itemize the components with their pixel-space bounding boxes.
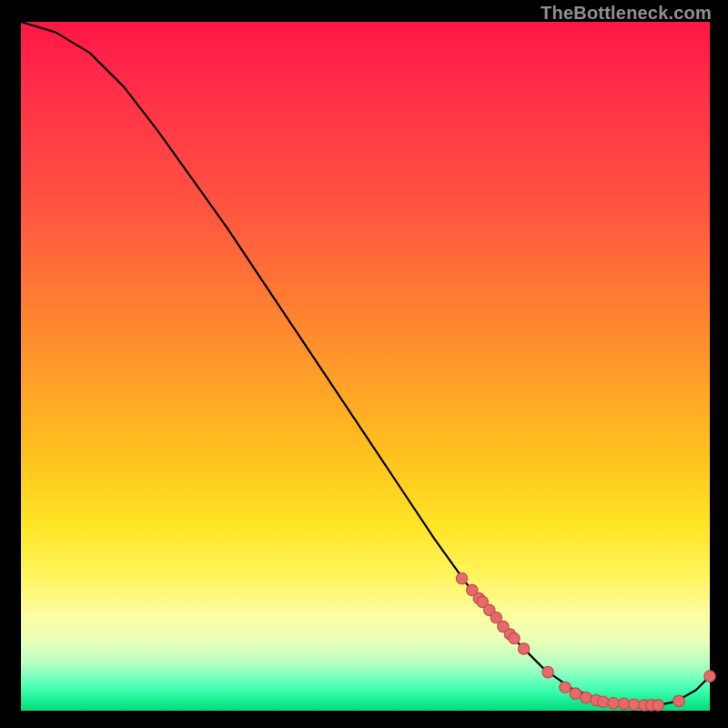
watermark-text: TheBottleneck.com <box>541 3 712 24</box>
marker-dot <box>560 682 571 693</box>
chart-overlay <box>21 22 710 711</box>
marker-dot <box>456 573 467 584</box>
curve-line <box>21 22 710 706</box>
marker-dot <box>598 696 609 707</box>
marker-dot <box>570 688 581 699</box>
marker-dot <box>518 643 529 654</box>
marker-group <box>456 573 715 712</box>
marker-dot <box>542 666 553 677</box>
marker-dot <box>581 692 592 703</box>
marker-dot <box>629 699 640 710</box>
marker-dot <box>618 698 629 709</box>
marker-dot <box>652 700 663 711</box>
marker-dot <box>673 695 684 706</box>
marker-dot <box>608 698 619 709</box>
marker-dot <box>509 632 520 643</box>
chart-stage: TheBottleneck.com <box>0 0 728 728</box>
marker-dot <box>704 671 715 682</box>
